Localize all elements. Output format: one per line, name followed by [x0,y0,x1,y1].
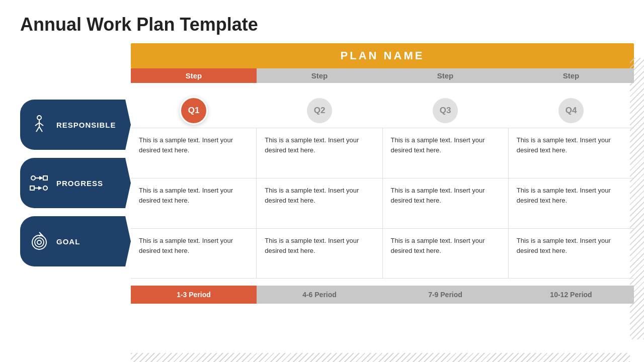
svg-rect-9 [43,176,47,180]
svg-line-3 [39,123,43,126]
step-col-q2: Step Q2 [257,68,382,114]
sidebar-label-progress: PROGRESS [56,179,103,188]
responsible-cell-q2: This is a sample text. Insert your desir… [257,128,382,178]
step-circle-q1: Q1 [180,97,208,125]
step-col-q1: Step Q1 [131,68,257,114]
step-headers: Step Q1 Step Q2 Step Q3 Step Q4 [131,68,634,114]
step-label-q2: Step [257,68,382,83]
target-icon [28,230,50,252]
data-row-goal: This is a sample text. Insert your desir… [131,228,634,279]
person-walking-icon [28,114,50,136]
goal-cell-q3: This is a sample text. Insert your desir… [383,229,509,278]
period-7-9: 7-9 Period [382,286,508,304]
step-circle-q3: Q3 [431,97,459,125]
svg-line-19 [39,232,41,234]
step-label-q3: Step [382,68,508,83]
svg-rect-10 [30,186,34,190]
progress-cell-q1: This is a sample text. Insert your desir… [131,178,257,228]
svg-line-5 [39,127,42,132]
svg-point-15 [35,238,44,247]
period-1-3: 1-3 Period [131,286,257,304]
step-label-q4: Step [508,68,634,83]
sidebar-label-goal: GOAL [56,237,80,246]
table-area: PLAN NAME Step Q1 Step Q2 Step Q3 Step Q… [131,43,634,304]
hatch-right [630,58,644,339]
sidebar: RESPONSIBLE PROGRESS [20,100,131,304]
progress-cell-q2: This is a sample text. Insert your desir… [257,178,382,228]
svg-marker-8 [39,176,43,180]
responsible-cell-q4: This is a sample text. Insert your desir… [509,128,634,178]
svg-point-16 [37,240,41,244]
svg-point-0 [37,116,41,120]
svg-point-13 [43,186,47,190]
period-4-6: 4-6 Period [257,286,382,304]
sidebar-item-responsible: RESPONSIBLE [20,100,131,150]
page-title: Annual Work Plan Template [0,0,644,43]
period-10-12: 10-12 Period [508,286,634,304]
responsible-cell-q3: This is a sample text. Insert your desir… [383,128,509,178]
arrows-flow-icon [28,172,50,194]
progress-cell-q4: This is a sample text. Insert your desir… [509,178,634,228]
step-circle-q2: Q2 [305,97,334,125]
sidebar-label-responsible: RESPONSIBLE [56,121,116,129]
plan-name-bar: PLAN NAME [131,43,634,68]
goal-cell-q1: This is a sample text. Insert your desir… [131,229,257,278]
responsible-cell-q1: This is a sample text. Insert your desir… [131,128,257,178]
step-circle-q4: Q4 [557,97,585,125]
goal-cell-q2: This is a sample text. Insert your desir… [257,229,382,278]
progress-cell-q3: This is a sample text. Insert your desir… [383,178,509,228]
data-rows: This is a sample text. Insert your desir… [131,128,634,279]
data-row-responsible: This is a sample text. Insert your desir… [131,128,634,178]
data-row-progress: This is a sample text. Insert your desir… [131,178,634,228]
sidebar-item-goal: GOAL [20,216,131,266]
step-col-q3: Step Q3 [382,68,508,114]
hatch-bottom [131,353,630,362]
svg-point-6 [31,176,35,180]
step-label-q1: Step [131,68,257,83]
period-footer: 1-3 Period 4-6 Period 7-9 Period 10-12 P… [131,286,634,304]
svg-line-4 [36,127,39,132]
step-col-q4: Step Q4 [508,68,634,114]
svg-line-2 [35,123,39,126]
sidebar-item-progress: PROGRESS [20,158,131,208]
goal-cell-q4: This is a sample text. Insert your desir… [509,229,634,278]
svg-marker-12 [38,186,42,190]
